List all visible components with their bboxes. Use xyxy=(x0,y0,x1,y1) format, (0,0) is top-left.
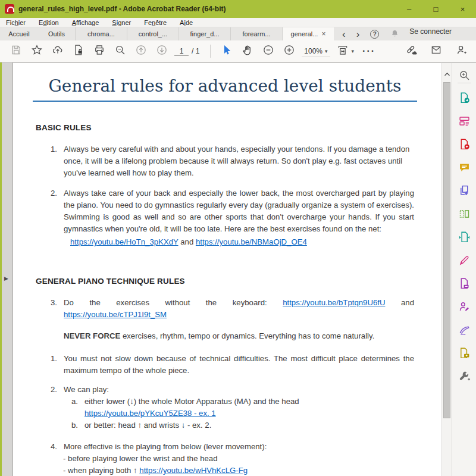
hand-tool-button[interactable] xyxy=(239,42,256,60)
menu-edition[interactable]: Edition xyxy=(39,19,59,26)
navigation-pane-strip[interactable]: ▶ xyxy=(2,62,13,476)
doc-tab-forearm[interactable]: forearm... xyxy=(230,27,282,40)
toolbar-right-group xyxy=(402,42,476,60)
pointer-select-tool-button[interactable] xyxy=(218,42,236,60)
youtube-link[interactable]: https://youtu.be/HoTn_3pKXdY xyxy=(70,237,178,246)
document-view[interactable]: General rules for advanced level student… xyxy=(13,62,441,476)
doc-tab-chroma[interactable]: chroma... xyxy=(75,27,127,40)
dash-line: - when playing both ↑ https://youtu.be/w… xyxy=(63,465,414,476)
zoom-level-dropdown[interactable]: 100% ▾ xyxy=(302,46,330,57)
pdf-page: General rules for advanced level student… xyxy=(13,63,441,476)
chevron-down-icon: ▾ xyxy=(325,48,328,54)
page-lock-icon xyxy=(73,44,84,58)
menu-affichage[interactable]: Affichage xyxy=(72,19,99,26)
youtube-link[interactable]: https://youtu.be/wHVhKcLG-Fg xyxy=(139,466,248,475)
sidebar-tool-certificates[interactable] xyxy=(458,324,471,336)
expand-nav-pane-icon[interactable]: ▶ xyxy=(4,275,8,281)
circle-arrow-up-icon xyxy=(135,44,147,58)
scroll-up-arrow-icon[interactable] xyxy=(442,70,452,79)
chevron-down-icon: ▾ xyxy=(352,48,355,54)
sidebar-tool-more-tools[interactable] xyxy=(458,370,471,383)
doc-tab-finger[interactable]: finger_d... xyxy=(178,27,230,40)
document-title: General rules for advanced level student… xyxy=(36,75,414,98)
sidebar-tool-create-pdf[interactable] xyxy=(458,138,471,151)
page-number-input[interactable] xyxy=(174,47,189,56)
scrollbar-thumb[interactable] xyxy=(443,82,450,418)
youtube-link[interactable]: https://youtu.be/cTPJ1I9t_SM xyxy=(64,310,167,319)
sidebar-tool-scan-ocr[interactable] xyxy=(458,347,471,359)
send-email-button[interactable] xyxy=(427,42,445,60)
sub-list-link-line: https://youtu.be/pYKcuY5ZE38 - ex. 1 xyxy=(84,408,414,419)
previous-page-button[interactable] xyxy=(132,42,150,60)
section-heading-general-rules: GENERAL PIANO TECHNIQUE RULES xyxy=(36,275,414,287)
list-item: 1. You must not slow down because of tec… xyxy=(36,353,414,377)
tab-bar: Accueil Outils chroma... control_... fin… xyxy=(0,27,476,40)
tab-outils[interactable]: Outils xyxy=(38,27,75,40)
zoom-level-value: 100% xyxy=(304,47,322,55)
sidebar-tool-request-signatures[interactable] xyxy=(458,300,471,313)
youtube-link[interactable]: https://youtu.be/NBMaOjD_OE4 xyxy=(196,237,307,246)
doc-tab-control[interactable]: control_... xyxy=(127,27,178,40)
sidebar-tool-combine-files[interactable] xyxy=(458,184,471,197)
printer-icon xyxy=(93,44,105,58)
forward-chevron-icon[interactable]: › xyxy=(356,29,360,39)
close-tab-icon[interactable]: × xyxy=(321,30,325,37)
sub-list-item: a. either lower (↓) the whole Motor Appa… xyxy=(71,396,414,408)
wrench-plus-icon xyxy=(458,374,471,384)
menu-aide[interactable]: Aide xyxy=(180,19,193,26)
sidebar-tool-compress-pdf[interactable] xyxy=(458,231,471,243)
pointer-icon xyxy=(221,44,233,58)
menu-signer[interactable]: Signer xyxy=(112,19,131,26)
search-plus-icon xyxy=(458,73,471,83)
minimize-button[interactable]: – xyxy=(396,0,422,18)
sidebar-divider xyxy=(458,83,471,83)
back-chevron-icon[interactable]: ‹ xyxy=(342,29,346,39)
close-button[interactable]: × xyxy=(449,0,476,18)
tab-accueil[interactable]: Accueil xyxy=(0,27,38,40)
help-icon[interactable]: ? xyxy=(370,30,379,39)
sidebar-tool-export-pdf[interactable] xyxy=(458,92,471,104)
profile-button[interactable] xyxy=(452,42,470,60)
sidebar-tool-edit-pdf[interactable] xyxy=(458,115,471,127)
scan-camera-icon xyxy=(458,351,471,361)
sidebar-tool-organize-pages[interactable] xyxy=(458,208,471,220)
youtube-link[interactable]: https://youtu.be/bTptqn9U6fU xyxy=(283,298,385,307)
search-icon xyxy=(114,44,126,58)
export-pdf-icon xyxy=(458,96,471,106)
zoom-in-button[interactable] xyxy=(280,42,298,60)
youtube-link[interactable]: https://youtu.be/pYKcuY5ZE38 - ex. 1 xyxy=(84,409,216,418)
zoom-out-button[interactable] xyxy=(259,42,277,60)
hand-icon xyxy=(242,44,253,58)
star-favorites-button[interactable] xyxy=(28,42,46,60)
sidebar-tool-fill-sign[interactable] xyxy=(458,254,471,267)
comment-bubble-icon xyxy=(458,165,471,176)
envelope-icon xyxy=(430,44,442,58)
more-options-button[interactable]: ··· xyxy=(360,42,378,60)
certificate-pen-icon xyxy=(458,328,471,338)
menu-fichier[interactable]: Fichier xyxy=(6,19,26,26)
pdf-file-icon xyxy=(5,4,14,14)
sidebar-tool-search[interactable] xyxy=(458,69,471,82)
menu-fenetre[interactable]: Fenêtre xyxy=(144,19,167,26)
sidebar-tool-redact[interactable] xyxy=(458,277,471,290)
edit-pdf-icon xyxy=(458,119,471,129)
share-link-button[interactable] xyxy=(402,42,420,60)
title-rule xyxy=(33,101,417,102)
star-icon xyxy=(31,44,43,58)
fill-sign-pen-icon xyxy=(458,258,471,268)
save-button[interactable] xyxy=(7,42,25,60)
share-cloud-button[interactable] xyxy=(49,42,67,60)
person-add-icon xyxy=(455,44,467,58)
redact-page-minus-icon xyxy=(458,281,471,292)
vertical-scrollbar[interactable] xyxy=(441,62,452,476)
fit-width-button[interactable] xyxy=(334,42,352,60)
sidebar-tool-comment[interactable] xyxy=(458,161,471,174)
find-button[interactable] xyxy=(111,42,129,60)
maximize-button[interactable]: □ xyxy=(422,0,449,18)
sign-in-link[interactable]: Se connecter xyxy=(409,27,452,40)
protect-file-button[interactable] xyxy=(70,42,87,60)
print-button[interactable] xyxy=(90,42,108,60)
notification-bell-icon[interactable] xyxy=(390,29,400,40)
doc-tab-general-active[interactable]: general... × xyxy=(282,27,334,40)
next-page-button[interactable] xyxy=(153,42,171,60)
